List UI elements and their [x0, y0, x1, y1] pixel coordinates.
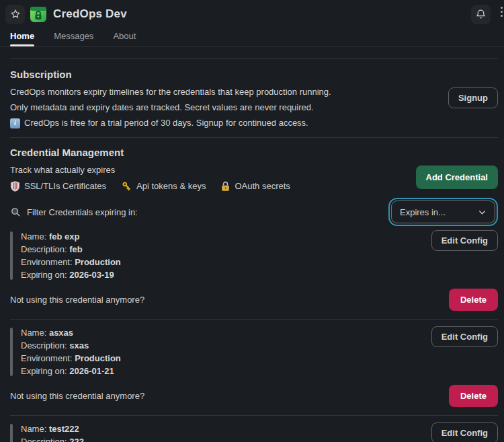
chevron-down-icon: [478, 208, 487, 217]
credential-details: Name: test222 Description: 222 Environme…: [10, 422, 121, 442]
filter-label: Filter Credentials expiring in:: [27, 207, 138, 217]
subscription-line2: Only metadata and expiry dates are track…: [10, 102, 331, 114]
credential-card-footer: Not using this credential anymore? Delet…: [10, 289, 498, 311]
app-title: CredOps Dev: [53, 7, 127, 21]
search-icon: [10, 207, 22, 218]
not-using-text: Not using this credential anymore?: [10, 295, 144, 305]
credential-expiry: 2026-03-19: [69, 270, 114, 280]
credential-name: asxas: [49, 328, 73, 338]
bell-icon: [475, 9, 487, 20]
key-icon: [121, 180, 132, 192]
credential-description: sxas: [69, 340, 89, 351]
app-header: CredOps Dev: [0, 0, 504, 26]
divider: [10, 319, 498, 320]
app-icon: [30, 5, 47, 23]
lock-icon: [220, 181, 230, 192]
badge-ssl-certificates: SSL/TLIs Certificates: [10, 181, 106, 192]
credential-card-footer: Not using this credential anymore? Delet…: [10, 385, 498, 407]
delete-button[interactable]: Delete: [449, 289, 498, 311]
credential-type-badges: SSL/TLIs Certificates Api tokens & keys …: [10, 180, 290, 192]
credential-name: feb exp: [49, 231, 80, 242]
add-credential-button[interactable]: Add Credential: [416, 165, 498, 189]
signup-button[interactable]: Signup: [448, 87, 498, 108]
credential-management-heading: Credential Management: [10, 147, 498, 158]
tab-about[interactable]: About: [113, 26, 136, 46]
divider: [10, 58, 498, 59]
expires-in-dropdown[interactable]: Expires in...: [391, 200, 495, 223]
more-options-icon[interactable]: [501, 7, 503, 17]
badge-oauth-secrets: OAuth secrets: [220, 181, 290, 192]
credential-environment: Production: [75, 353, 121, 363]
dropdown-value: Expires in...: [400, 207, 446, 217]
home-content: Subscription CredOps monitors expiry tim…: [0, 58, 504, 442]
credential-management-subtitle: Track what actually expires: [10, 164, 290, 176]
subscription-line1: CredOps monitors expiry timelines for th…: [10, 86, 331, 98]
filter-row: Filter Credentials expiring in: Expires …: [10, 200, 498, 223]
credential-description: 222: [69, 437, 84, 442]
credential-name: test222: [49, 424, 79, 434]
credential-environment: Production: [75, 257, 121, 267]
credential-card: Name: test222 Description: 222 Environme…: [10, 422, 498, 442]
credential-description: feb: [69, 244, 83, 254]
credential-details: Name: feb exp Description: feb Environme…: [10, 230, 121, 281]
subscription-line3: CredOps is free for a trial period of 30…: [24, 117, 308, 129]
notifications-button[interactable]: [471, 5, 491, 24]
subscription-section: CredOps monitors expiry timelines for th…: [10, 86, 498, 129]
credential-management-section: Track what actually expires SSL/TLIs Cer…: [10, 164, 498, 192]
credential-expiry: 2026-01-21: [69, 366, 114, 376]
star-icon: [10, 9, 21, 20]
credential-details: Name: asxas Description: sxas Environmen…: [10, 326, 121, 377]
info-icon: i: [10, 118, 20, 128]
star-button[interactable]: [5, 5, 25, 24]
divider: [10, 137, 498, 138]
badge-api-tokens: Api tokens & keys: [121, 180, 206, 192]
tab-messages[interactable]: Messages: [54, 26, 93, 46]
not-using-text: Not using this credential anymore?: [10, 391, 144, 401]
divider: [10, 415, 498, 416]
edit-config-button[interactable]: Edit Config: [431, 422, 498, 442]
edit-config-button[interactable]: Edit Config: [431, 230, 498, 251]
tab-bar: Home Messages About: [0, 26, 504, 47]
credential-card: Name: feb exp Description: feb Environme…: [10, 230, 498, 281]
edit-config-button[interactable]: Edit Config: [431, 326, 498, 347]
delete-button[interactable]: Delete: [449, 385, 498, 407]
subscription-heading: Subscription: [10, 69, 498, 80]
shield-icon: [10, 181, 20, 192]
credential-card: Name: asxas Description: sxas Environmen…: [10, 326, 498, 377]
tab-home[interactable]: Home: [10, 26, 34, 46]
